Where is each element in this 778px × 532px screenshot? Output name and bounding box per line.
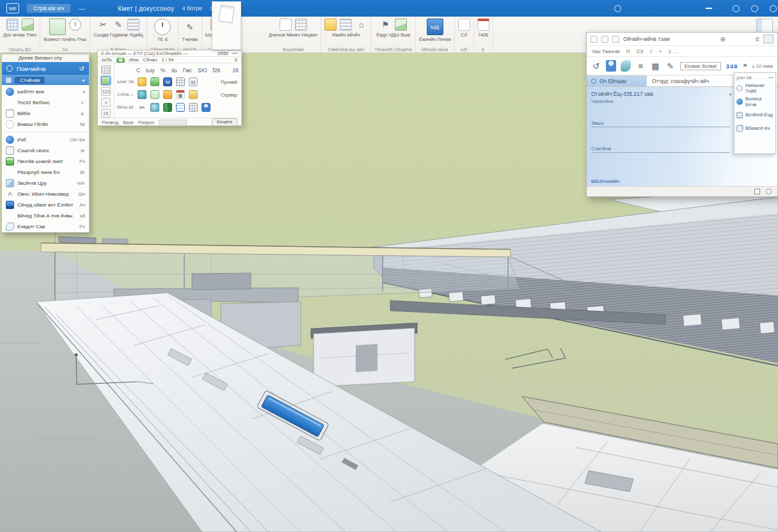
page-29-icon[interactable]: 29 [101,109,111,118]
big-clock-icon[interactable] [154,19,171,35]
caret-icon[interactable]: ▾ [729,92,731,97]
help-icon[interactable] [614,5,621,12]
table-app-icon[interactable] [176,103,185,112]
numbers-icon[interactable]: 123 [101,87,111,96]
selected-menu-row[interactable]: Стчйчав ▸ [2,75,89,85]
zoom-icon[interactable] [766,189,772,194]
close-icon[interactable] [232,53,238,54]
menu-item[interactable]: Вчвеш Гйтйп№ [2,119,89,130]
minimize-button[interactable] [706,8,712,9]
refresh-icon[interactable]: ↺ [591,60,601,72]
person-icon[interactable] [606,60,616,72]
book-app-icon[interactable] [163,103,172,112]
clip-app-icon[interactable]: ▤ [189,77,198,86]
pen-icon[interactable]: ✎ [112,19,124,31]
grid-app-icon[interactable] [176,77,185,86]
toolbar2-item[interactable]: СЗ [637,49,644,54]
palette-tab-label[interactable]: ЫЛЬ [102,57,112,63]
blue-m-app-icon[interactable]: М [163,77,172,86]
layout-icon[interactable] [754,189,760,194]
table-icon[interactable] [6,19,19,31]
glyph-cell[interactable]: зЬ [171,67,177,74]
quick-access-tab[interactable]: Стрв.юв юч [27,4,70,13]
dots-app-icon[interactable] [189,103,198,112]
mail-icon[interactable] [591,36,598,43]
palette-tab-2[interactable]: Сйчжз [143,57,157,63]
glyph-cell[interactable]: SЮ [198,67,207,74]
framed-label[interactable]: Еховаг ботва! [680,62,722,70]
bag-icon[interactable]: ⌂ [355,19,367,31]
contact-suggestion[interactable]: Встйчгй Ёчд [736,108,774,121]
new-document-icon[interactable] [49,19,66,35]
palette-titlebar[interactable]: Е.йч Ыхшм — ЕТЛ (СШ) ЕхОйчжвйч — 0950 [98,51,241,56]
calendar-app-icon[interactable]: ▦ [176,90,185,99]
menu-item[interactable]: Вйбюа· [2,108,89,119]
toolbar2-item[interactable]: П [626,49,630,54]
palette-ok-button[interactable]: Кочати [212,118,237,126]
person-app-icon[interactable] [202,103,210,112]
form-field-1[interactable]: Звшз [591,120,730,127]
subset-icon[interactable]: ⊄ [755,36,759,42]
draw-pen-icon[interactable]: ✎ [182,19,198,35]
toolbar2-item[interactable]: 1 … [668,49,678,54]
grid-view-icon[interactable] [101,65,111,74]
menu-item[interactable]: ЬейУпт воек [2,86,89,97]
paragraph-icon[interactable]: ≡ [635,60,646,72]
clock-icon[interactable] [69,19,81,31]
titlebar-item-right[interactable]: 4 ботре [182,5,202,12]
menu-item[interactable]: Звсйчтв ЦруЧАг [2,178,89,189]
toolbar2-item[interactable]: + [659,49,662,54]
plus-icon[interactable]: ⊕ [720,36,725,43]
collapse-icon[interactable] [768,77,774,79]
glyph-cell[interactable]: % [161,67,166,74]
leaf-icon[interactable] [621,60,631,72]
teal-app-icon[interactable] [138,90,147,99]
frame-icon[interactable] [280,19,292,31]
green-window-icon[interactable] [101,76,111,85]
menu-item[interactable]: ИзбОкт Ба [2,134,89,145]
form-field-2[interactable]: Считйчв [591,146,730,153]
contact-suggestion[interactable]: Вописа Бігчв [736,95,774,108]
refresh-icon[interactable]: ↺ [79,65,84,72]
rows-icon[interactable] [340,19,352,31]
flag-icon[interactable]: ⚑ [742,63,747,69]
copy-icon[interactable] [458,19,470,31]
close-button[interactable] [770,5,777,12]
bold-icon[interactable] [612,36,619,43]
lock-app-icon[interactable] [189,90,198,99]
menu-item[interactable]: Рёкзрлуб пинв ЁнВг [2,167,89,178]
flag-icon[interactable]: ⚑ [379,19,392,31]
green-app-icon[interactable] [150,77,159,86]
list-view-icon[interactable]: ≡ [101,98,111,107]
calendar-icon[interactable] [477,19,489,31]
palette-tab-1[interactable]: Ины [129,57,139,63]
image-icon[interactable] [22,19,34,31]
highlight-icon[interactable] [324,19,337,31]
palette-input[interactable] [159,120,187,125]
recipient-tab[interactable]: Оч Ейчшаг [587,75,647,86]
orange-app-icon[interactable] [163,90,172,99]
layers-icon[interactable] [127,19,139,31]
green-doc-app-icon[interactable] [150,90,159,99]
scissors-icon[interactable]: ✂ [97,19,109,31]
undo-icon[interactable] [601,36,608,43]
contact-suggestion[interactable]: Нипшчег Тчйб [736,81,774,95]
pen-icon[interactable]: ✎ [665,60,676,72]
restore-button[interactable] [733,5,740,12]
menu-item[interactable]: Пвчтйв шчвлй лиятРч [2,156,89,167]
glyph-cell[interactable]: Гмс [183,67,192,74]
window-corner-icon[interactable] [763,35,774,43]
swirl-app-icon[interactable] [150,103,159,112]
app-icon[interactable]: МЕ [6,3,19,13]
yellow-app-icon[interactable] [138,77,147,86]
toolbar2-item[interactable]: √ [649,49,652,54]
left-panel-header[interactable]: Помчжйчв ↺ [2,62,89,75]
menu-item[interactable]: Вйчед Тйчв А пчв йчвыьй [2,210,89,221]
clipboard-popup[interactable] [212,1,241,50]
menu-item[interactable]: Сзшгхй свзлсвг [2,145,89,156]
glyph-cell[interactable]: Ьзу [146,67,155,74]
scissors-app-icon[interactable]: ✂ [138,103,147,112]
grid-icon[interactable] [295,19,307,31]
id-card-icon[interactable]: ЫД [427,19,443,35]
settings-button[interactable] [751,5,758,12]
